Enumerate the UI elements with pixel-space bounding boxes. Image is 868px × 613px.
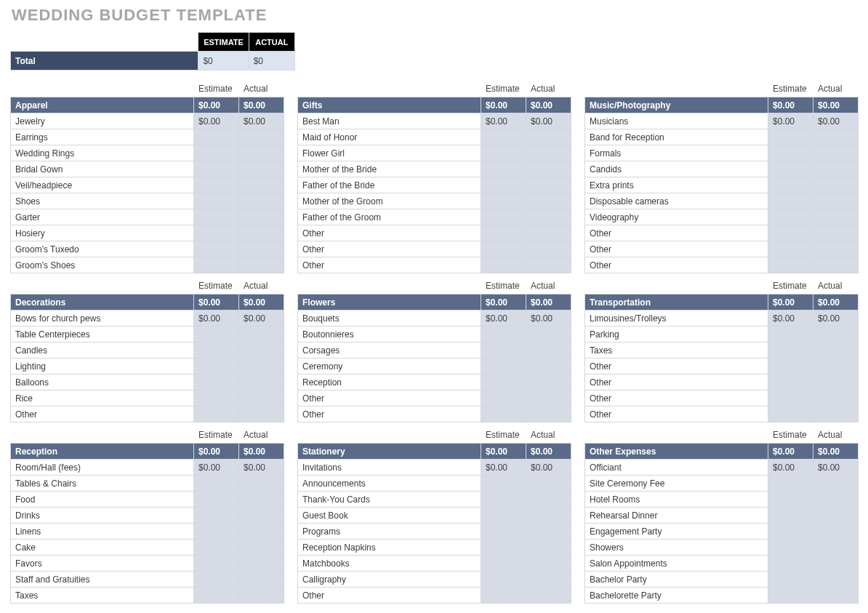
row-name[interactable]: Bridal Gown xyxy=(11,161,194,177)
row-name[interactable]: Announcements xyxy=(298,476,481,492)
row-name[interactable]: Garter xyxy=(11,209,194,225)
row-estimate[interactable]: $0.00 xyxy=(194,310,239,326)
row-name[interactable]: Mother of the Bride xyxy=(298,161,481,177)
row-estimate[interactable] xyxy=(194,177,239,193)
row-name[interactable]: Wedding Rings xyxy=(11,145,194,161)
row-actual[interactable] xyxy=(239,257,284,273)
row-name[interactable]: Hosiery xyxy=(11,225,194,241)
row-estimate[interactable] xyxy=(768,342,813,358)
row-name[interactable]: Officiant xyxy=(585,460,768,476)
row-actual[interactable]: $0.00 xyxy=(239,310,284,326)
row-name[interactable]: Balloons xyxy=(11,374,194,390)
row-actual[interactable]: $0.00 xyxy=(813,460,859,476)
row-actual[interactable]: $0.00 xyxy=(239,460,284,476)
row-name[interactable]: Taxes xyxy=(585,342,768,358)
row-estimate[interactable]: $0.00 xyxy=(768,460,813,476)
row-name[interactable]: Rice xyxy=(11,390,194,406)
row-actual[interactable] xyxy=(526,193,571,209)
row-name[interactable]: Linens xyxy=(11,524,194,540)
row-actual[interactable] xyxy=(813,374,859,390)
row-actual[interactable] xyxy=(239,145,284,161)
row-actual[interactable] xyxy=(813,241,859,257)
row-estimate[interactable] xyxy=(768,209,813,225)
row-actual[interactable] xyxy=(813,492,859,508)
row-estimate[interactable] xyxy=(481,540,526,556)
row-actual[interactable] xyxy=(239,492,284,508)
row-actual[interactable] xyxy=(813,358,859,374)
row-name[interactable]: Table Centerpieces xyxy=(11,326,194,342)
row-estimate[interactable] xyxy=(194,374,239,390)
row-estimate[interactable]: $0.00 xyxy=(768,113,813,129)
row-actual[interactable] xyxy=(526,406,571,422)
row-name[interactable]: Flower Girl xyxy=(298,145,481,161)
row-actual[interactable]: $0.00 xyxy=(813,113,859,129)
row-estimate[interactable] xyxy=(481,572,526,588)
row-estimate[interactable] xyxy=(768,406,813,422)
row-name[interactable]: Candles xyxy=(11,342,194,358)
row-name[interactable]: Father of the Bride xyxy=(298,177,481,193)
row-actual[interactable] xyxy=(239,129,284,145)
row-name[interactable]: Reception xyxy=(298,374,481,390)
row-actual[interactable] xyxy=(813,161,859,177)
row-actual[interactable] xyxy=(526,257,571,273)
row-estimate[interactable] xyxy=(768,556,813,572)
row-actual[interactable] xyxy=(526,342,571,358)
row-actual[interactable]: $0.00 xyxy=(813,310,859,326)
row-actual[interactable] xyxy=(239,556,284,572)
row-estimate[interactable] xyxy=(481,161,526,177)
row-name[interactable]: Other xyxy=(585,374,768,390)
row-name[interactable]: Staff and Gratuities xyxy=(11,572,194,588)
row-actual[interactable] xyxy=(813,193,859,209)
row-estimate[interactable] xyxy=(481,508,526,524)
row-estimate[interactable] xyxy=(481,129,526,145)
row-estimate[interactable] xyxy=(768,588,813,604)
row-actual[interactable] xyxy=(526,161,571,177)
row-actual[interactable] xyxy=(239,540,284,556)
row-name[interactable]: Calligraphy xyxy=(298,572,481,588)
row-name[interactable]: Bouquets xyxy=(298,310,481,326)
row-name[interactable]: Site Ceremony Fee xyxy=(585,476,768,492)
row-actual[interactable] xyxy=(239,209,284,225)
row-name[interactable]: Lighting xyxy=(11,358,194,374)
row-name[interactable]: Guest Book xyxy=(298,508,481,524)
row-name[interactable]: Bachelorette Party xyxy=(585,588,768,604)
row-name[interactable]: Favors xyxy=(11,556,194,572)
row-actual[interactable] xyxy=(526,588,571,604)
row-name[interactable]: Other xyxy=(298,225,481,241)
row-estimate[interactable] xyxy=(768,524,813,540)
row-estimate[interactable] xyxy=(768,540,813,556)
row-name[interactable]: Disposable cameras xyxy=(585,193,768,209)
row-estimate[interactable] xyxy=(194,556,239,572)
row-name[interactable]: Programs xyxy=(298,524,481,540)
row-name[interactable]: Other xyxy=(585,225,768,241)
row-name[interactable]: Thank-You Cards xyxy=(298,492,481,508)
row-actual[interactable] xyxy=(239,342,284,358)
row-estimate[interactable] xyxy=(481,193,526,209)
row-estimate[interactable] xyxy=(768,145,813,161)
row-estimate[interactable] xyxy=(768,161,813,177)
row-estimate[interactable]: $0.00 xyxy=(194,113,239,129)
row-actual[interactable] xyxy=(239,326,284,342)
row-name[interactable]: Drinks xyxy=(11,508,194,524)
row-name[interactable]: Band for Reception xyxy=(585,129,768,145)
row-estimate[interactable] xyxy=(768,476,813,492)
row-actual[interactable] xyxy=(813,209,859,225)
row-actual[interactable] xyxy=(526,390,571,406)
row-estimate[interactable]: $0.00 xyxy=(481,310,526,326)
row-actual[interactable] xyxy=(813,390,859,406)
row-estimate[interactable] xyxy=(481,257,526,273)
row-actual[interactable] xyxy=(813,476,859,492)
row-estimate[interactable] xyxy=(768,177,813,193)
summary-total-actual[interactable]: $0 xyxy=(249,52,294,71)
row-estimate[interactable] xyxy=(768,225,813,241)
row-actual[interactable] xyxy=(526,540,571,556)
row-estimate[interactable] xyxy=(481,476,526,492)
row-actual[interactable] xyxy=(526,177,571,193)
row-estimate[interactable] xyxy=(194,161,239,177)
row-actual[interactable] xyxy=(813,257,859,273)
row-estimate[interactable] xyxy=(194,225,239,241)
row-name[interactable]: Corsages xyxy=(298,342,481,358)
row-actual[interactable] xyxy=(239,225,284,241)
row-estimate[interactable] xyxy=(194,390,239,406)
row-name[interactable]: Invitations xyxy=(298,460,481,476)
